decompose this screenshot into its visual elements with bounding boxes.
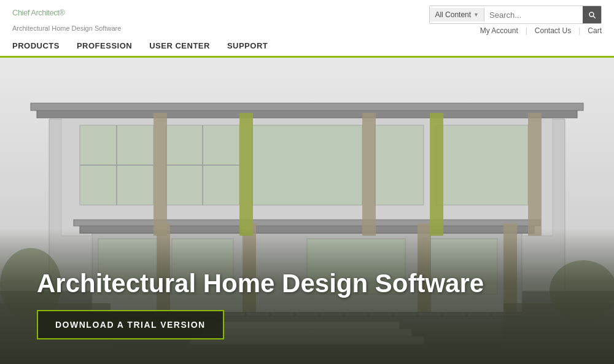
svg-rect-51	[239, 113, 253, 236]
trademark-symbol: ®	[59, 8, 64, 17]
search-dropdown[interactable]: All Content ▼	[430, 8, 484, 21]
svg-rect-11	[252, 125, 362, 205]
search-dropdown-label: All Content	[435, 10, 471, 19]
contact-us-link[interactable]: Contact Us	[535, 26, 571, 35]
svg-rect-20	[362, 113, 376, 236]
search-icon	[588, 10, 596, 19]
cart-link[interactable]: Cart	[588, 26, 602, 35]
search-area: All Content ▼ My Account | Contact Us | …	[429, 6, 602, 35]
logo-title[interactable]: Chief Architect®	[12, 9, 121, 24]
svg-rect-5	[31, 103, 583, 110]
svg-rect-22	[528, 113, 542, 236]
svg-rect-12	[375, 125, 424, 205]
search-button[interactable]	[583, 6, 601, 23]
nav-item-profession[interactable]: PROFESSION	[77, 36, 132, 55]
svg-rect-13	[436, 125, 528, 205]
logo-text: Chief Architect	[12, 8, 59, 17]
nav-item-products[interactable]: PRODUCTS	[12, 36, 60, 55]
hero-content: Architectural Home Design Software DOWNL…	[37, 269, 484, 339]
hero-cta-button[interactable]: DOWNLOAD A TRIAL VERSION	[37, 310, 224, 339]
my-account-link[interactable]: My Account	[480, 26, 518, 35]
nav-bar: PRODUCTS PROFESSION USER CENTER SUPPORT	[0, 36, 614, 58]
nav-item-support[interactable]: SUPPORT	[227, 36, 268, 55]
logo-subtitle: Architectural Home Design Software	[12, 25, 121, 32]
svg-rect-18	[154, 113, 167, 236]
hero-title: Architectural Home Design Software	[37, 269, 484, 298]
separator-2: |	[578, 26, 580, 35]
svg-rect-52	[430, 113, 443, 236]
logo-area: Chief Architect® Architectural Home Desi…	[12, 9, 121, 32]
header: Chief Architect® Architectural Home Desi…	[0, 0, 614, 36]
top-links: My Account | Contact Us | Cart	[480, 26, 602, 35]
hero-section: Architectural Home Design Software DOWNL…	[0, 58, 614, 364]
svg-rect-8	[74, 220, 540, 226]
search-input[interactable]	[484, 8, 583, 22]
search-bar: All Content ▼	[429, 6, 602, 24]
nav-item-user-center[interactable]: USER CENTER	[149, 36, 210, 55]
chevron-down-icon: ▼	[473, 12, 479, 18]
separator-1: |	[526, 26, 527, 35]
